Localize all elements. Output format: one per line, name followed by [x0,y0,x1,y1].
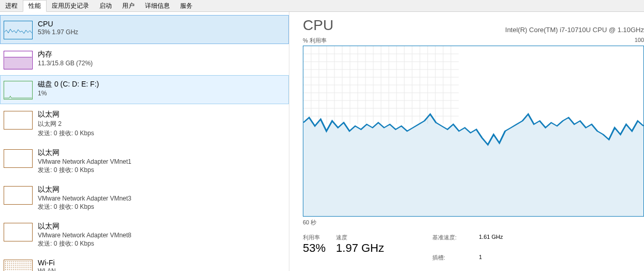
tab-服务[interactable]: 服务 [175,0,198,11]
cpu-description: Intel(R) Core(TM) i7-10710U CPU @ 1.10GH… [505,26,644,34]
main-title: CPU [303,17,333,34]
smallstat-label: 基准速度: [432,234,479,252]
tab-用户[interactable]: 用户 [117,0,140,11]
tab-应用历史记录[interactable]: 应用历史记录 [47,0,94,11]
sidebar: CPU53% 1.97 GHz 内存11.3/15.8 GB (72%) 磁盘 … [0,12,289,271]
sidebar-item-4[interactable]: 以太网VMware Network Adapter VMnet1发送: 0 接收… [0,144,289,179]
sidebar-item-1[interactable]: 内存11.3/15.8 GB (72%) [0,45,289,74]
smallstat-value: 1.61 GHz [479,234,503,252]
smallstat-value: 1 [479,254,503,271]
thumb-icon [4,149,33,168]
chart-y-label: % 利用率 [303,37,327,45]
sidebar-item-6[interactable]: 以太网VMware Network Adapter VMnet8发送: 0 接收… [0,217,289,253]
svg-rect-0 [5,57,32,69]
main-panel: CPU Intel(R) Core(TM) i7-10710U CPU @ 1.… [289,12,644,271]
stat-利用率: 利用率53% [303,234,326,255]
sidebar-item-3[interactable]: 以太网以太网 2发送: 0 接收: 0 Kbps [0,105,289,142]
tab-启动[interactable]: 启动 [94,0,117,11]
smallstat-label: 插槽: [432,254,479,271]
thumb-icon [4,51,33,69]
chart-y-max: 100 [635,37,644,45]
tabs-bar: 进程性能应用历史记录启动用户详细信息服务 [0,0,644,12]
big-stats: 利用率53%速度1.97 GHz进程249线程3498句柄117139 [303,234,412,271]
cpu-utilization-chart [303,46,644,217]
thumb-icon [4,21,33,39]
tab-性能[interactable]: 性能 [23,0,47,12]
chart-x-label: 60 秒 [303,219,644,226]
sidebar-item-7[interactable]: Wi-FiWLAN [0,254,289,271]
tab-进程[interactable]: 进程 [0,0,23,11]
thumb-icon [4,111,33,130]
svg-marker-44 [303,114,643,216]
thumb-icon [4,223,33,241]
sidebar-item-0[interactable]: CPU53% 1.97 GHz [0,15,289,44]
small-stats: 基准速度:1.61 GHz插槽:1内核:6逻辑处理器:12 [432,234,503,271]
thumb-icon [4,81,33,99]
stat-速度: 速度1.97 GHz [336,234,384,255]
thumb-icon [4,186,33,205]
tab-详细信息[interactable]: 详细信息 [140,0,175,11]
sidebar-item-2[interactable]: 磁盘 0 (C: D: E: F:)1% [0,75,289,104]
thumb-icon [4,260,33,271]
sidebar-item-5[interactable]: 以太网VMware Network Adapter VMnet3发送: 0 接收… [0,180,289,216]
